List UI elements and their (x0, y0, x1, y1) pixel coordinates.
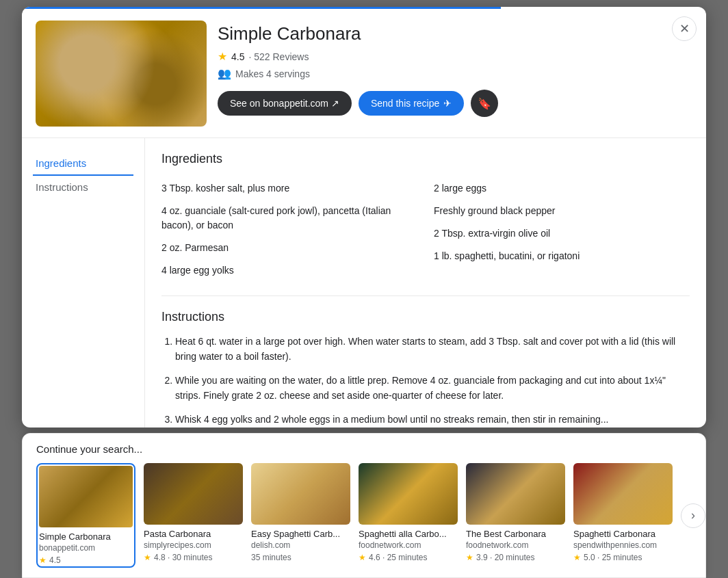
bookmark-icon: 🔖 (478, 97, 491, 110)
list-item: 2 large eggs (434, 177, 690, 200)
modal-body: Ingredients Instructions Ingredients 3 T… (22, 138, 706, 428)
button-row: See on bonappetit.com ↗ Send this recipe… (218, 90, 692, 117)
result-card-rating-6: ★ 5.0 · 25 minutes (573, 553, 673, 562)
rating-count: · 522 Reviews (248, 51, 309, 62)
result-card-title-1: Simple Carbonara (39, 531, 133, 542)
result-card-image-6 (573, 463, 673, 525)
continue-label: Continue your search... (36, 443, 692, 455)
see-on-site-button[interactable]: See on bonappetit.com ↗ (218, 91, 352, 116)
header-info: Simple Carbonara ★ 4.5 · 522 Reviews 👥 M… (218, 21, 692, 117)
continue-search-section: Continue your search... Simple Carbonara… (22, 433, 706, 578)
list-item: Heat 6 qt. water in a large pot over hig… (175, 334, 690, 365)
rating-text: 4.8 · 30 minutes (154, 553, 212, 562)
result-card-image-2 (144, 463, 243, 525)
rating-text: 3.9 · 20 minutes (476, 553, 534, 562)
result-card-rating-4: ★ 4.6 · 25 minutes (359, 553, 458, 562)
list-item: 4 oz. guanciale (salt-cured pork jowl), … (161, 200, 417, 237)
ingredients-title: Ingredients (161, 152, 690, 166)
result-card-title-4: Spaghetti alla Carbo... (359, 529, 458, 539)
list-item: 2 oz. Parmesan (161, 237, 417, 259)
result-card-3[interactable]: Easy Spaghetti Carb... delish.com 35 min… (251, 463, 350, 568)
list-item: While you are waiting on the water, do a… (175, 373, 690, 404)
result-card-title-6: Spaghetti Carbonara (573, 529, 673, 539)
rating-text: 4.6 · 25 minutes (369, 553, 427, 562)
tab-instructions[interactable]: Instructions (33, 176, 133, 198)
result-card-source-1: bonappetit.com (39, 543, 133, 553)
ingredients-left: 3 Tbsp. kosher salt, plus more 4 oz. gua… (161, 177, 417, 282)
modal-header: Simple Carbonara ★ 4.5 · 522 Reviews 👥 M… (22, 7, 706, 138)
star-icon: ★ (218, 50, 227, 63)
result-card-title-2: Pasta Carbonara (144, 529, 243, 539)
recipe-image (36, 21, 207, 127)
result-card-4[interactable]: Spaghetti alla Carbo... foodnetwork.com … (359, 463, 458, 568)
recipe-title: Simple Carbonara (218, 23, 692, 44)
rating-text: 5.0 · 25 minutes (584, 553, 642, 562)
result-card-source-6: spendwithpennies.com (573, 540, 673, 550)
search-results-row: Simple Carbonara bonappetit.com ★ 4.5 Pa… (36, 463, 692, 568)
result-card-title-3: Easy Spaghetti Carb... (251, 529, 350, 539)
result-card-rating-3: 35 minutes (251, 553, 350, 562)
send-recipe-button[interactable]: Send this recipe ✈ (359, 91, 464, 116)
result-card-rating-1: ★ 4.5 (39, 555, 133, 565)
star-icon: ★ (573, 553, 581, 562)
servings-text: Makes 4 servings (235, 68, 310, 79)
close-button[interactable]: ✕ (672, 16, 697, 41)
content-area: Ingredients 3 Tbsp. kosher salt, plus mo… (145, 138, 706, 428)
result-card-source-4: foodnetwork.com (359, 540, 458, 550)
result-card-6[interactable]: Spaghetti Carbonara spendwithpennies.com… (573, 463, 673, 568)
result-card-1[interactable]: Simple Carbonara bonappetit.com ★ 4.5 (36, 463, 135, 568)
list-item: Freshly ground black pepper (434, 200, 690, 222)
result-card-image-1 (39, 466, 133, 527)
ingredients-grid: 3 Tbsp. kosher salt, plus more 4 oz. gua… (161, 177, 690, 282)
ingredients-right: 2 large eggs Freshly ground black pepper… (434, 177, 690, 282)
result-card-5[interactable]: The Best Carbonara foodnetwork.com ★ 3.9… (466, 463, 565, 568)
result-card-image-5 (466, 463, 565, 525)
result-card-image-3 (251, 463, 350, 525)
result-card-2[interactable]: Pasta Carbonara simplyrecipes.com ★ 4.8 … (144, 463, 243, 568)
time-text: 35 minutes (251, 553, 291, 562)
star-icon: ★ (466, 553, 473, 562)
rating-row: ★ 4.5 · 522 Reviews (218, 50, 692, 63)
sidebar: Ingredients Instructions (22, 138, 145, 428)
people-icon: 👥 (218, 67, 231, 80)
star-icon: ★ (359, 553, 366, 562)
list-item: 3 Tbsp. kosher salt, plus more (161, 177, 417, 200)
result-card-rating-2: ★ 4.8 · 30 minutes (144, 553, 243, 562)
next-button[interactable]: › (681, 503, 705, 528)
send-icon: ✈ (443, 98, 452, 109)
result-card-rating-5: ★ 3.9 · 20 minutes (466, 553, 565, 562)
bookmark-button[interactable]: 🔖 (471, 90, 498, 117)
result-card-image-4 (359, 463, 458, 525)
result-card-source-3: delish.com (251, 540, 350, 550)
rating-text: 4.5 (49, 555, 61, 565)
instructions-title: Instructions (161, 310, 690, 324)
result-card-source-5: foodnetwork.com (466, 540, 565, 550)
instructions-list: Heat 6 qt. water in a large pot over hig… (161, 334, 690, 427)
result-card-source-2: simplyrecipes.com (144, 540, 243, 550)
list-item: 1 lb. spaghetti, bucatini, or rigatoni (434, 245, 690, 267)
recipe-modal: ✕ Simple Carbonara ★ 4.5 · 522 Reviews 👥… (22, 7, 706, 428)
list-item: 4 large egg yolks (161, 259, 417, 282)
list-item: 2 Tbsp. extra-virgin olive oil (434, 222, 690, 245)
list-item: Whisk 4 egg yolks and 2 whole eggs in a … (175, 412, 690, 427)
servings-row: 👥 Makes 4 servings (218, 67, 692, 80)
star-icon: ★ (39, 555, 47, 565)
rating-value: 4.5 (231, 51, 244, 62)
star-icon: ★ (144, 553, 151, 562)
tab-ingredients[interactable]: Ingredients (33, 152, 133, 176)
section-divider (161, 295, 690, 296)
result-card-title-5: The Best Carbonara (466, 529, 565, 539)
